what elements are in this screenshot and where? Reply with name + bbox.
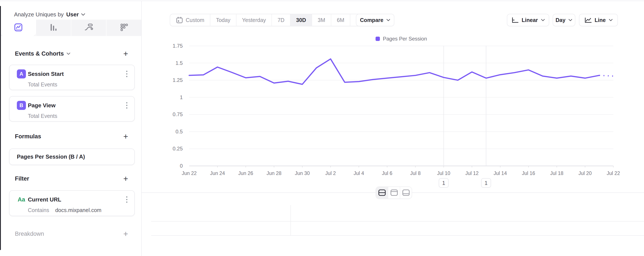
event-measurement[interactable]: Total Events (28, 81, 57, 88)
layout-toggle-group (376, 186, 412, 199)
filter-section-header: Filter + (15, 174, 130, 183)
svg-text:1: 1 (484, 180, 488, 186)
tab-insights[interactable] (1, 20, 36, 36)
svg-text:1.75: 1.75 (172, 43, 183, 49)
compare-button[interactable]: Compare (356, 14, 394, 26)
chevron-down-icon (609, 19, 613, 21)
analyze-uniques-value: User (66, 11, 79, 18)
chevron-down-icon (81, 13, 85, 16)
chevron-down-icon (66, 52, 70, 55)
event-measurement[interactable]: Total Events (28, 113, 57, 119)
time-range-segment[interactable]: 6M (331, 14, 350, 26)
string-property-icon: Aa (17, 195, 26, 204)
interval-label: Day (556, 17, 566, 23)
svg-text:Jun 26: Jun 26 (238, 170, 253, 176)
event-badge-a: A (17, 69, 26, 78)
events-section-title[interactable]: Events & Cohorts (15, 50, 70, 57)
line-chart[interactable]: 00.250.50.7511.251.51.75Jun 22Jun 24Jun … (151, 34, 639, 192)
filter-property-name: Current URL (28, 196, 125, 203)
time-range-segment[interactable]: 30D (290, 14, 312, 26)
flows-tab-icon (84, 22, 94, 33)
time-range-segment[interactable]: Today (210, 14, 236, 26)
svg-text:Jun 24: Jun 24 (210, 170, 225, 176)
tab-funnels[interactable] (36, 20, 71, 36)
event-badge-b: B (17, 101, 26, 110)
add-event-button[interactable]: + (121, 49, 130, 58)
time-range-label: 3M (318, 17, 325, 23)
svg-text:1: 1 (442, 180, 445, 186)
time-range-segment[interactable]: 3M (312, 14, 331, 26)
svg-text:Jul 22: Jul 22 (607, 170, 620, 176)
time-range-label: Today (216, 17, 230, 23)
time-range-label: Custom (186, 17, 204, 23)
insights-report-page: Analyze Uniques by User (0, 0, 644, 256)
axis-scale-label: Linear (522, 17, 538, 23)
svg-text:Jul 14: Jul 14 (494, 170, 507, 176)
tab-flows[interactable] (71, 20, 106, 36)
event-title: Page View (28, 102, 125, 109)
axis-scale-button[interactable]: Linear (507, 14, 549, 26)
event-card-row: A Session Start (10, 65, 134, 78)
tab-retention[interactable] (106, 20, 141, 36)
add-formula-button[interactable]: + (121, 132, 130, 141)
date-range-control: Custom Today Yesterday 7D 30D 3M 6M 12M (170, 14, 372, 26)
interval-button[interactable]: Day (553, 14, 575, 26)
add-filter-button[interactable]: + (121, 174, 130, 183)
kebab-menu-icon[interactable] (125, 101, 129, 110)
table-data-row[interactable]: Pages Per Session 1.3 1.3201 1.3271 1.44… (0, 221, 644, 236)
time-range-segment[interactable]: Custom (170, 14, 210, 26)
svg-text:Jul 12: Jul 12 (466, 170, 478, 176)
time-range-segment[interactable]: 7D (272, 14, 290, 26)
layout-chart-only-button[interactable] (388, 187, 400, 198)
kebab-menu-icon[interactable] (125, 69, 129, 78)
svg-text:0.5: 0.5 (176, 129, 183, 134)
layout-table-only-button[interactable] (400, 187, 412, 198)
filter-section-title: Filter (15, 175, 29, 182)
formulas-section-title: Formulas (15, 133, 41, 140)
svg-text:1: 1 (180, 94, 183, 100)
events-section-header: Events & Cohorts + (15, 49, 130, 58)
time-range-label: 6M (337, 17, 344, 23)
chevron-down-icon (541, 19, 545, 21)
svg-text:Jun 30: Jun 30 (295, 170, 310, 176)
event-card-session-start[interactable]: A Session Start Total Events (9, 65, 135, 90)
event-subtitle-row: Total Events (10, 78, 134, 88)
filter-card-row: Aa Current URL (10, 191, 134, 204)
svg-text:Jun 22: Jun 22 (182, 170, 196, 176)
line-chart-icon (584, 16, 592, 23)
analyze-uniques-label: Analyze Uniques by (14, 11, 64, 18)
retention-grid-tab-icon (119, 22, 129, 33)
bar-chart-tab-icon (48, 22, 59, 33)
chart-type-label: Line (594, 17, 606, 23)
event-card-page-view[interactable]: B Page View Total Events (9, 96, 135, 122)
linear-axis-icon (511, 16, 518, 23)
compare-label: Compare (360, 17, 383, 23)
svg-text:Jul 10: Jul 10 (437, 170, 450, 176)
kebab-menu-icon[interactable] (125, 195, 129, 204)
chart-type-button[interactable]: Line (579, 14, 618, 26)
svg-text:Jul 8: Jul 8 (410, 170, 421, 176)
report-type-tabbar (1, 20, 141, 36)
time-range-segment[interactable]: Yesterday (236, 14, 272, 26)
time-range-label: 30D (296, 17, 306, 23)
analyze-uniques-row: Analyze Uniques by User (14, 9, 85, 20)
time-range-label: 7D (278, 17, 284, 23)
time-range-label: Yesterday (242, 17, 266, 23)
svg-text:Jul 16: Jul 16 (522, 170, 535, 176)
formulas-section-header: Formulas + (15, 132, 130, 141)
svg-text:Jul 4: Jul 4 (354, 170, 364, 176)
analyze-uniques-selector[interactable]: User (66, 11, 85, 18)
svg-text:Jul 6: Jul 6 (382, 170, 392, 176)
event-subtitle-row: Total Events (10, 110, 134, 119)
events-section-title-text: Events & Cohorts (15, 50, 64, 57)
svg-text:0.25: 0.25 (172, 146, 183, 151)
svg-text:0.75: 0.75 (172, 111, 183, 117)
event-card-row: B Page View (10, 97, 134, 110)
formula-card-title: Pages Per Session (B / A) (10, 149, 134, 165)
line-chart-tab-icon (13, 22, 24, 33)
svg-text:Jul 20: Jul 20 (578, 170, 592, 176)
formula-card[interactable]: Pages Per Session (B / A) (9, 148, 135, 165)
layout-split-view-button[interactable] (376, 187, 388, 198)
chevron-down-icon (386, 19, 390, 21)
svg-text:1.25: 1.25 (172, 77, 183, 83)
